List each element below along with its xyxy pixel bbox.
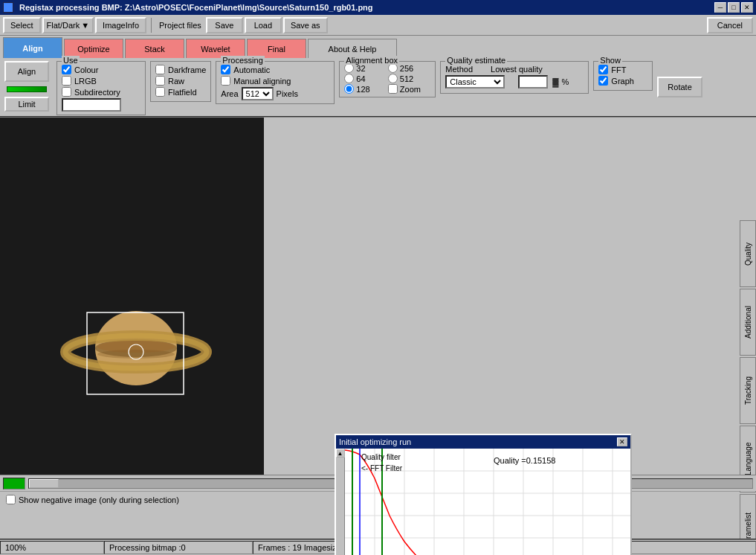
limit-button[interactable]: Limit: [4, 97, 49, 112]
zoom-row: Zoom: [388, 84, 431, 94]
right-tab-tracking[interactable]: Tracking: [740, 357, 756, 424]
darkframe-checkbox[interactable]: [155, 65, 165, 74]
graph-row: Graph: [598, 76, 647, 86]
lrgb-checkbox[interactable]: [62, 76, 71, 86]
optimizing-close-btn[interactable]: ✕: [617, 437, 627, 446]
fft-label: FFT: [611, 65, 626, 74]
rotate-button[interactable]: Rotate: [657, 77, 702, 97]
method-select[interactable]: Classic Gradient: [445, 75, 505, 89]
radio-64-label: 64: [356, 74, 365, 83]
align-progress-bar: [7, 86, 47, 92]
image-panel: [0, 118, 264, 475]
zoom-checkbox[interactable]: [388, 84, 398, 94]
processing-group-label: Processing: [221, 56, 264, 65]
flatdark-arrow-icon: ▼: [81, 21, 89, 30]
lowest-quality-label: Lowest quality: [491, 65, 543, 74]
manual-row: Manual aligning: [221, 76, 329, 86]
toolbar-separator-1: [151, 18, 152, 33]
colour-checkbox[interactable]: [62, 65, 71, 74]
subdirectory-row: Subdirectory: [62, 87, 140, 97]
maximize-btn[interactable]: □: [728, 2, 740, 13]
progress-indicator: [3, 478, 25, 490]
save-button[interactable]: Save: [206, 17, 243, 33]
percent-label: %: [561, 77, 569, 86]
imageinfo-button[interactable]: ImageInfo: [95, 17, 146, 33]
project-files-label: Project files: [159, 21, 201, 30]
neg-image-checkbox[interactable]: [6, 495, 16, 504]
minimize-btn[interactable]: ─: [714, 2, 726, 13]
flatfield-row: Flatfield: [155, 87, 206, 97]
use-group-label: Use: [62, 56, 80, 65]
darkframe-row: Darkframe: [155, 65, 206, 74]
radio-512-label: 512: [400, 74, 413, 83]
save-as-button[interactable]: Save as: [283, 17, 328, 33]
lrgb-row: LRGB: [62, 76, 140, 86]
zoom-status: 100%: [0, 541, 104, 554]
optimizing-chart-svg: Quality filter <- FFT Filter Quality =0.…: [345, 449, 630, 555]
processing-bitmap-status: Processing bitmap :0: [104, 541, 253, 554]
optimizing-title: Initial optimizing run: [339, 437, 411, 446]
show-group-label: Show: [598, 56, 622, 65]
fft-filter-text: <- FFT Filter: [361, 464, 403, 472]
radio-64[interactable]: [344, 74, 354, 83]
alignment-box-label: Alignment box: [344, 56, 399, 65]
zoom-label: Zoom: [400, 85, 421, 94]
lrgb-label: LRGB: [74, 77, 97, 86]
right-tabs: Quality Additional Tracking Language Fra…: [740, 220, 756, 555]
tab-bar: Align Optimize Stack Wavelet Final About…: [0, 36, 756, 58]
optimizing-chart: Quality filter <- FFT Filter Quality =0.…: [345, 449, 630, 555]
quality-filter-text: Quality filter: [361, 453, 401, 461]
use-group: Use Colour LRGB Subdirectory processed: [56, 61, 146, 115]
toolbar-project: Save Load Save as: [206, 17, 328, 33]
subdirectory-label: Subdirectory: [74, 88, 120, 97]
flatdark-dropdown[interactable]: Flat/Dark ▼: [42, 17, 94, 33]
darkframe-label: Darkframe: [168, 65, 206, 74]
automatic-checkbox[interactable]: [221, 65, 230, 74]
svg-point-5: [97, 350, 175, 359]
radio-128[interactable]: [344, 84, 354, 94]
radio-64-row: 64: [344, 74, 387, 83]
automatic-label: Automatic: [233, 65, 270, 74]
show-group: Show FFT Graph: [593, 61, 653, 91]
area-row: Area 512 256 128 Pixels: [221, 87, 329, 100]
saturn-display: [0, 118, 264, 475]
radio-grid: 32 256 64 512 128 Zoom: [344, 63, 430, 94]
fft-checkbox[interactable]: [598, 65, 608, 74]
right-tab-quality[interactable]: Quality: [740, 220, 756, 287]
load-button[interactable]: Load: [245, 17, 282, 33]
select-button[interactable]: Select: [3, 17, 41, 33]
area-select[interactable]: 512 256 128: [242, 87, 274, 100]
subdirectory-input[interactable]: processed: [62, 98, 121, 112]
manual-checkbox[interactable]: [221, 76, 230, 86]
radio-512[interactable]: [388, 74, 398, 83]
scroll-up-btn[interactable]: ▲: [336, 449, 345, 458]
optimizing-scrollbar: ▲: [336, 449, 345, 555]
align-buttons-group: Align Limit: [4, 61, 49, 112]
processing-group: Processing Automatic Manual aligning Are…: [216, 61, 335, 104]
window-title: Registax processing BMP: Z:\Astro\POSEC\…: [19, 3, 373, 12]
darkframe-group: Darkframe Raw Flatfield: [150, 61, 211, 102]
optimizing-window: Initial optimizing run ✕ ▲: [335, 434, 632, 555]
radio-128-label: 128: [356, 85, 369, 94]
quality-value-input[interactable]: 85: [518, 75, 548, 89]
graph-checkbox[interactable]: [598, 76, 608, 86]
colour-label: Colour: [74, 65, 98, 74]
toolbar: Select Flat/Dark ▼ ImageInfo Project fil…: [0, 15, 756, 36]
cancel-button[interactable]: Cancel: [707, 17, 753, 33]
method-label: Method: [445, 65, 473, 74]
raw-row: Raw: [155, 76, 206, 86]
content-area: Quality Additional Tracking Language Fra…: [0, 118, 756, 475]
neg-image-label: Show negative image (only during selecti…: [19, 495, 179, 504]
tab-stack[interactable]: Stack: [125, 39, 184, 58]
quality-estimate-group: Quality estimate Method Lowest quality C…: [440, 61, 589, 94]
method-select-row: Classic Gradient 85 ▓ %: [445, 75, 584, 89]
subdirectory-checkbox[interactable]: [62, 87, 71, 97]
raw-checkbox[interactable]: [155, 76, 165, 86]
align-button[interactable]: Align: [4, 61, 49, 82]
manual-label: Manual aligning: [233, 77, 291, 86]
raw-label: Raw: [168, 77, 184, 86]
right-tab-additional[interactable]: Additional: [740, 289, 756, 356]
flatfield-checkbox[interactable]: [155, 87, 165, 97]
tab-align[interactable]: Align: [3, 37, 62, 58]
close-btn[interactable]: ✕: [741, 2, 753, 13]
